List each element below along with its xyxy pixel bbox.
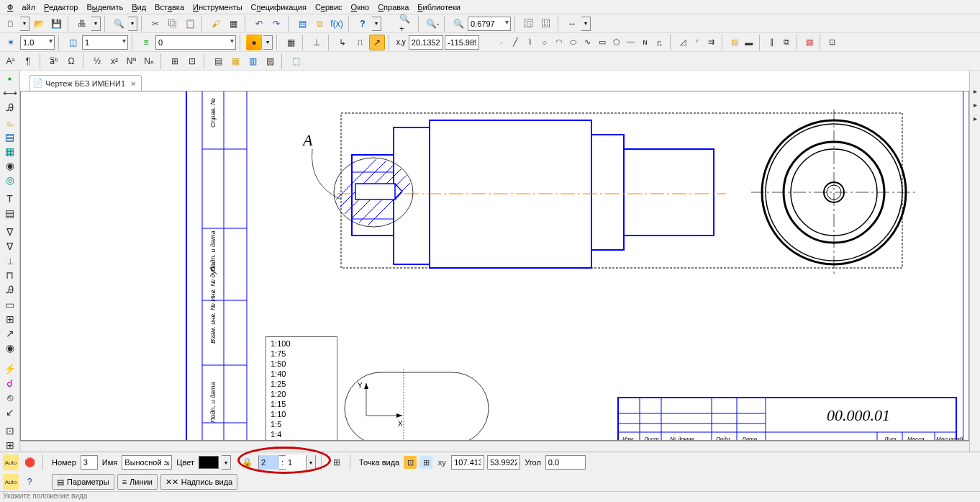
tab-caption[interactable]: ✕✕ Надпись вида <box>160 474 237 490</box>
color-icon[interactable]: ● <box>246 35 262 50</box>
lt-v1-icon[interactable]: ∇ <box>2 225 18 238</box>
lt-notation-icon[interactable]: Ꭿ <box>2 101 18 115</box>
insert-2-icon[interactable]: ⊡ <box>184 53 200 69</box>
preview-icon[interactable]: 🔍 <box>111 16 127 32</box>
imya-field[interactable] <box>122 455 172 470</box>
layer-icon[interactable]: ◫ <box>65 35 81 50</box>
new-icon[interactable]: 🗋 <box>3 16 19 32</box>
menu-service[interactable]: Сервис <box>311 1 347 13</box>
scale-option[interactable]: 1:40 <box>266 369 337 379</box>
geom-circle-icon[interactable]: ○ <box>538 36 551 49</box>
geom-polygon-icon[interactable]: ⬠ <box>610 36 623 49</box>
brush-icon[interactable]: 🖌 <box>208 16 224 32</box>
scale-option[interactable]: 1:4 <box>266 429 337 439</box>
redo-icon[interactable]: ↷ <box>268 16 284 32</box>
scale-option[interactable]: 1:20 <box>266 389 337 399</box>
lcsys-2-icon[interactable]: ⎍ <box>352 35 368 50</box>
geom-bezier-icon[interactable]: 〰 <box>625 36 638 49</box>
help2-icon[interactable]: ? <box>22 474 37 490</box>
menu-file[interactable]: Файл <box>3 1 40 13</box>
linewidth-combo[interactable]: 1.0 <box>20 35 55 50</box>
geom-hatch2-icon[interactable]: ▧ <box>803 36 816 49</box>
lt-v5-icon[interactable]: Ꭿ <box>2 283 18 297</box>
menu-view[interactable]: Вид <box>127 1 150 13</box>
scale-dropdown-list[interactable]: 1:1001:751:501:401:251:201:151:101:51:41… <box>266 336 337 441</box>
lt-v7-icon[interactable]: ⊞ <box>2 313 18 326</box>
style-icon[interactable]: ¶ <box>20 53 36 69</box>
lt-v9-icon[interactable]: ◉ <box>2 341 18 354</box>
lt-v6-icon[interactable]: ▭ <box>2 298 18 311</box>
new-dropdown[interactable]: ▾ <box>20 17 30 31</box>
scale-lock-icon[interactable]: 🔒 <box>240 454 255 470</box>
zoom-tool-3-icon[interactable]: ↔ <box>564 16 580 32</box>
lt-v2-icon[interactable]: ∇ <box>2 240 18 253</box>
coord-y-field[interactable] <box>445 35 479 50</box>
nomer-field[interactable] <box>81 455 98 470</box>
canvas[interactable]: Справ. № Подп. и дата Взам. инв. № Инв. … <box>20 91 969 441</box>
geom-offset-icon[interactable]: ⇉ <box>705 36 718 49</box>
scale-option[interactable]: 1:50 <box>266 359 337 369</box>
help-icon[interactable]: ? <box>355 16 371 32</box>
over-icon[interactable]: a̅ᵇ <box>46 53 62 69</box>
spec1-icon[interactable]: ▤ <box>210 53 226 69</box>
rd-1-icon[interactable]: ▸ <box>971 85 980 97</box>
lt-b2-icon[interactable]: ☌ <box>2 377 18 390</box>
stop-icon[interactable]: 🛑 <box>22 454 37 470</box>
variables-icon[interactable]: ⧉ <box>312 16 327 32</box>
print-dropdown[interactable]: ▾ <box>91 17 101 31</box>
lt-text-icon[interactable]: ⎁ <box>2 116 18 129</box>
frac-icon[interactable]: ½ <box>89 53 105 69</box>
menu-tools[interactable]: Инструменты <box>189 1 247 13</box>
manager-icon[interactable]: ▤ <box>294 16 310 32</box>
lt-c2-icon[interactable]: ⊞ <box>2 439 18 452</box>
color-swatch[interactable] <box>199 456 219 469</box>
copy-icon[interactable]: ⿻ <box>165 16 181 32</box>
bind-icon[interactable]: ⊞ <box>329 454 345 470</box>
auto2-icon[interactable]: Auto <box>3 474 19 490</box>
tab-parameters[interactable]: ▤ Параметры <box>52 474 114 490</box>
geom-spline-icon[interactable]: ∿ <box>581 36 594 49</box>
menu-insert[interactable]: Вставка <box>150 1 189 13</box>
color-dropdown[interactable]: ▾ <box>263 35 273 50</box>
lt-v3-icon[interactable]: ⟂ <box>2 254 18 267</box>
menu-help[interactable]: Справка <box>373 1 413 13</box>
horizontal-scrollbar[interactable] <box>20 441 969 452</box>
cut-icon[interactable]: ✂ <box>148 16 163 32</box>
document-tab[interactable]: Чертеж БЕЗ ИМЕНИ1 × <box>29 75 142 91</box>
coord-x-field[interactable] <box>409 35 443 50</box>
scale-option[interactable]: 1:25 <box>266 379 337 389</box>
lt-b4-icon[interactable]: ↙ <box>2 405 18 418</box>
lt-geom-icon[interactable]: ▪ <box>2 72 18 85</box>
lt-v4-icon[interactable]: ⊓ <box>2 269 18 282</box>
lcsys-1-icon[interactable]: ↳ <box>335 35 350 50</box>
sub-n-icon[interactable]: Nₙ <box>141 53 157 69</box>
scale-numerator-field[interactable] <box>259 455 279 470</box>
close-tab-icon[interactable]: × <box>131 79 135 88</box>
save-icon[interactable]: 💾 <box>48 16 64 32</box>
spec3-icon[interactable]: ▥ <box>245 53 260 69</box>
scale-option[interactable]: 1:100 <box>266 339 337 349</box>
menu-libs[interactable]: Библиотеки <box>413 1 465 13</box>
geom-chamfer-icon[interactable]: ◿ <box>676 36 689 49</box>
menu-spec[interactable]: Спецификация <box>247 1 311 13</box>
geom-aux-icon[interactable]: ⊡ <box>826 36 839 49</box>
tv-mode2-icon[interactable]: ⊞ <box>419 456 432 469</box>
scale-option[interactable]: 1:15 <box>266 399 337 409</box>
undo-icon[interactable]: ↶ <box>251 16 267 32</box>
scale-option[interactable]: 1:75 <box>266 349 337 359</box>
geom-line-icon[interactable]: ╱ <box>509 36 522 49</box>
fx-icon[interactable]: f(x) <box>329 16 345 32</box>
geom-fill-icon[interactable]: ▬ <box>743 36 756 49</box>
menu-edit[interactable]: Редактор <box>40 1 82 13</box>
sup-icon[interactable]: x² <box>106 53 122 69</box>
geom-arc-icon[interactable]: ◠ <box>553 36 566 49</box>
lt-measure-icon[interactable]: ◉ <box>2 159 18 172</box>
tv-mode1-icon[interactable]: ⊡ <box>404 456 417 469</box>
zoom-combo[interactable]: 0.6797 <box>468 17 511 31</box>
font-icon[interactable]: Aᵃ <box>3 53 19 69</box>
spec2-icon[interactable]: ▦ <box>227 53 243 69</box>
geom-point-icon[interactable]: · <box>495 36 508 49</box>
zoom-tool-1-icon[interactable]: ⿵ <box>521 16 537 32</box>
tv-x-field[interactable] <box>451 455 484 470</box>
zoom-out-icon[interactable]: 🔍- <box>425 16 440 32</box>
